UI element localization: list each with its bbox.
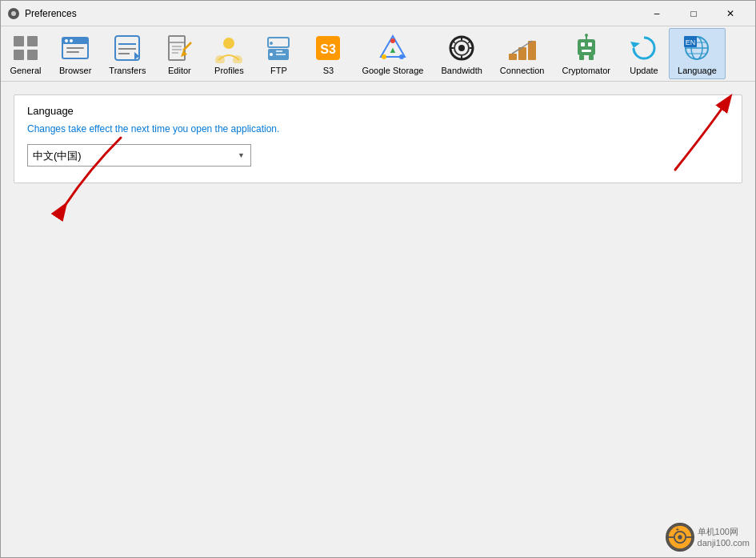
toolbar-item-profiles[interactable]: Profiles <box>204 28 254 79</box>
svg-point-39 <box>399 54 404 59</box>
language-select[interactable]: 中文(中国) English Deutsch Français 日本語 한국어 … <box>27 144 251 167</box>
app-icon <box>7 7 20 20</box>
svg-point-76 <box>678 535 682 539</box>
svg-point-30 <box>270 42 273 45</box>
editor-icon <box>163 32 195 64</box>
s3-label: S3 <box>323 66 334 75</box>
ftp-label: FTP <box>270 66 287 75</box>
svg-rect-60 <box>579 55 584 60</box>
svg-rect-3 <box>27 36 38 46</box>
browser-icon <box>59 32 91 64</box>
svg-point-24 <box>223 38 234 49</box>
connection-icon <box>506 32 538 64</box>
svg-text:+: + <box>675 527 678 533</box>
watermark-line2: danji100.com <box>698 537 750 548</box>
svg-rect-5 <box>27 50 38 60</box>
svg-line-44 <box>468 41 470 43</box>
language-select-wrapper[interactable]: 中文(中国) English Deutsch Français 日本語 한국어 … <box>27 144 251 167</box>
update-label: Update <box>630 66 658 75</box>
main-content: Language Changes take effect the next ti… <box>1 82 755 557</box>
svg-rect-10 <box>66 47 84 49</box>
transfers-icon <box>111 32 143 64</box>
toolbar-item-google-storage[interactable]: ▲ Google Storage <box>353 28 432 79</box>
svg-point-29 <box>270 53 273 56</box>
svg-rect-51 <box>528 41 536 60</box>
toolbar-item-cryptomator[interactable]: Cryptomator <box>553 28 619 79</box>
toolbar-item-language[interactable]: EN Language <box>669 28 726 79</box>
svg-point-8 <box>65 39 68 42</box>
watermark-logo: + <box>666 523 694 552</box>
svg-point-37 <box>390 38 395 43</box>
bandwidth-icon <box>446 32 478 64</box>
svg-text:▲: ▲ <box>388 45 397 54</box>
toolbar-item-general[interactable]: General <box>1 28 50 79</box>
profiles-label: Profiles <box>214 66 244 75</box>
section-title: Language <box>27 105 729 117</box>
svg-point-42 <box>458 45 465 51</box>
window-title: Preferences <box>25 8 638 19</box>
watermark: + 单机100网 danji100.com <box>666 523 750 552</box>
toolbar-item-browser[interactable]: Browser <box>50 28 100 79</box>
s3-icon: S3 <box>312 32 344 64</box>
language-section: Language Changes take effect the next ti… <box>14 94 742 183</box>
svg-point-59 <box>585 34 588 37</box>
preferences-window: Preferences – □ ✕ General <box>0 0 756 558</box>
minimize-button[interactable]: – <box>638 1 675 26</box>
svg-marker-62 <box>630 42 640 48</box>
svg-rect-54 <box>578 39 595 55</box>
transfers-label: Transfers <box>109 66 146 75</box>
svg-rect-61 <box>589 55 594 60</box>
svg-rect-17 <box>169 36 185 60</box>
section-description: Changes take effect the next time you op… <box>27 123 729 134</box>
toolbar: General Browser <box>1 26 755 82</box>
watermark-line1: 单机100网 <box>698 526 750 537</box>
svg-text:S3: S3 <box>321 42 337 56</box>
watermark-text: 单机100网 danji100.com <box>698 526 750 549</box>
editor-label: Editor <box>168 66 191 75</box>
svg-point-1 <box>11 11 16 16</box>
svg-point-38 <box>382 54 386 59</box>
window-controls: – □ ✕ <box>638 1 749 26</box>
general-label: General <box>10 66 41 75</box>
bandwidth-label: Bandwidth <box>441 66 482 75</box>
svg-rect-11 <box>66 51 79 53</box>
toolbar-item-editor[interactable]: Editor <box>154 28 204 79</box>
maximize-button[interactable]: □ <box>675 1 712 26</box>
google-storage-icon: ▲ <box>377 32 409 64</box>
toolbar-item-bandwidth[interactable]: Bandwidth <box>432 28 490 79</box>
toolbar-item-ftp[interactable]: FTP <box>254 28 303 79</box>
cryptomator-label: Cryptomator <box>562 66 610 75</box>
svg-rect-56 <box>588 42 592 46</box>
svg-rect-55 <box>581 42 585 46</box>
browser-label: Browser <box>59 66 91 75</box>
google-storage-label: Google Storage <box>362 66 423 75</box>
title-bar: Preferences – □ ✕ <box>1 1 755 26</box>
update-icon <box>628 32 660 64</box>
svg-text:EN: EN <box>686 38 696 46</box>
connection-label: Connection <box>500 66 545 75</box>
svg-rect-49 <box>509 54 517 60</box>
general-icon <box>10 32 42 64</box>
toolbar-item-transfers[interactable]: Transfers <box>100 28 154 79</box>
language-icon: EN <box>681 32 713 64</box>
profiles-icon <box>213 32 245 64</box>
cryptomator-icon <box>570 32 602 64</box>
language-label: Language <box>678 66 717 75</box>
toolbar-item-update[interactable]: Update <box>619 28 669 79</box>
svg-line-47 <box>453 41 455 43</box>
ftp-icon <box>262 32 294 64</box>
svg-rect-57 <box>582 50 591 52</box>
toolbar-item-s3[interactable]: S3 S3 <box>303 28 353 79</box>
svg-rect-4 <box>14 50 24 60</box>
close-button[interactable]: ✕ <box>712 1 749 26</box>
svg-point-9 <box>70 39 73 42</box>
svg-rect-2 <box>14 36 24 46</box>
toolbar-item-connection[interactable]: Connection <box>491 28 554 79</box>
